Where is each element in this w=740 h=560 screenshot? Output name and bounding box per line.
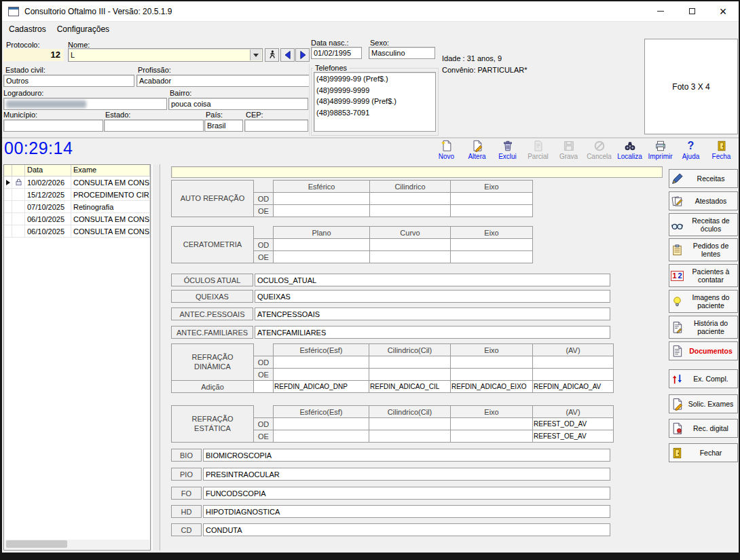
data-nasc-field[interactable]: 01/02/1995 [311, 47, 362, 59]
exam-row[interactable]: 15/12/2025 PROCEDIMENTO CIR [4, 189, 150, 201]
toolbar-button-exclui[interactable]: Exclui [492, 139, 523, 160]
pais-field[interactable]: Brasil [204, 119, 243, 132]
toolbar-button-imprimir[interactable]: Imprimir [645, 139, 676, 160]
refest-oe-cilindrico-input[interactable] [369, 430, 451, 443]
hd-input[interactable]: HIPOTDIAGNOSTICA [203, 505, 610, 518]
logradouro-field[interactable] [3, 98, 167, 110]
toolbar-button-novo[interactable]: Novo [431, 139, 462, 160]
autoref-oe-esferico-input[interactable] [274, 205, 370, 217]
sidebar-button-rec-digital[interactable]: Rec. digital [669, 419, 738, 438]
cep-field[interactable] [244, 119, 308, 132]
toolbar-button-fecha[interactable]: Fecha [706, 139, 737, 160]
refest-oe-av-value[interactable]: REFEST_OE_AV [533, 430, 614, 443]
exam-row[interactable]: 10/02/2026 CONSULTA EM CONS [4, 176, 150, 189]
sidebar-button-documentos[interactable]: Documentos [669, 341, 738, 360]
estado-civil-field[interactable]: Outros [3, 75, 134, 87]
autoref-oe-cilindrico-input[interactable] [370, 205, 451, 217]
refdin-oe-esferico-input[interactable] [274, 369, 369, 381]
antec-pessoais-input[interactable]: ATENCPESSOAIS [255, 307, 610, 320]
nome-combo[interactable]: L [68, 48, 263, 62]
sidebar-button-ex-compl[interactable]: Ex. Compl. [669, 369, 738, 388]
menu-configuracoes[interactable]: Configurações [52, 22, 115, 36]
autoref-od-cilindrico-input[interactable] [370, 193, 451, 205]
refdin-od-av-input[interactable] [533, 356, 614, 369]
refest-oe-esferico-input[interactable] [274, 430, 369, 443]
chevron-down-icon[interactable] [250, 50, 261, 60]
adicao-spacer-input[interactable] [254, 381, 274, 393]
panel-splitter[interactable] [152, 164, 160, 550]
autoref-od-eixo-input[interactable] [451, 193, 533, 205]
refdin-oe-cilindrico-input[interactable] [369, 369, 451, 381]
cerato-od-plano-input[interactable] [274, 239, 370, 251]
toolbar-button-localiza[interactable]: Localiza [614, 139, 645, 160]
exam-row[interactable]: 06/10/2025 CONSULTA EM CONS [4, 225, 150, 238]
toolbar-button-grava: Grava [553, 139, 584, 160]
sidebar-button-solic-exames[interactable]: Solic. Exames [669, 394, 738, 413]
search-patient-button[interactable] [265, 48, 279, 62]
sidebar-button-historia-paciente[interactable]: História do paciente [669, 316, 738, 339]
bio-label: BIO [171, 449, 202, 462]
next-record-button[interactable] [295, 48, 310, 62]
adicao-av-value[interactable]: REFDIN_ADICAO_AV [533, 381, 614, 393]
refest-od-av-value[interactable]: REFEST_OD_AV [533, 418, 614, 430]
exam-row[interactable]: 07/10/2025 Retinografia [4, 201, 150, 213]
toolbar-button-ajuda[interactable]: Ajuda [676, 139, 706, 160]
maximize-button[interactable] [676, 1, 707, 21]
sidebar-button-receitas[interactable]: Receitas [669, 169, 738, 188]
cd-input[interactable]: CONDUTA [203, 523, 610, 536]
close-button[interactable] [707, 1, 739, 21]
sidebar-button-pacientes-contatar[interactable]: Pacientes à contatar [669, 264, 738, 287]
municipio-field[interactable] [3, 119, 103, 132]
minimize-button[interactable] [645, 1, 676, 21]
menu-cadastros[interactable]: Cadastros [3, 22, 52, 36]
autoref-od-esferico-input[interactable] [274, 193, 370, 205]
refdin-od-esferico-input[interactable] [274, 356, 369, 369]
cerato-oe-plano-input[interactable] [274, 251, 370, 263]
queixas-input[interactable]: QUEIXAS [255, 290, 610, 303]
sexo-field[interactable]: Masculino [369, 47, 435, 59]
antec-familiares-input[interactable]: ATENCFAMILIARES [255, 326, 610, 339]
oculos-atual-input[interactable]: OCULOS_ATUAL [255, 274, 610, 286]
estado-field[interactable] [104, 119, 204, 132]
refdin-od-cilindrico-input[interactable] [369, 356, 451, 369]
telefone-item[interactable]: (48)99999-9999 [316, 85, 433, 96]
adicao-eixo-value[interactable]: REFDIN_ADICAO_EIXO [451, 381, 533, 393]
exam-title-field[interactable] [171, 166, 663, 178]
cerato-od-eixo-input[interactable] [451, 239, 533, 251]
toolbar-button-altera[interactable]: Altera [462, 139, 492, 160]
refdin-od-eixo-input[interactable] [451, 356, 533, 369]
telefones-listbox[interactable]: (48)99999-99 (Pref$.) (48)99999-9999 (48… [314, 72, 436, 132]
telefone-item[interactable]: (48)99999-99 (Pref$.) [316, 73, 433, 85]
sidebar-button-pedidos-lentes[interactable]: Pedidos de lentes [669, 238, 738, 261]
sidebar-button-fechar[interactable]: Fechar [669, 443, 738, 462]
adicao-dnp-value[interactable]: REFDIN_ADICAO_DNP [274, 381, 369, 393]
refdin-oe-av-input[interactable] [533, 369, 614, 381]
bio-input[interactable]: BIOMICROSCOPIA [203, 449, 610, 462]
pio-input[interactable]: PRESINTRAOCULAR [203, 468, 610, 481]
refest-od-cilindrico-input[interactable] [369, 418, 451, 430]
adicao-cil-value[interactable]: REFDIN_ADICAO_CIL [369, 381, 451, 393]
cerato-od-curvo-input[interactable] [370, 239, 451, 251]
profissao-field[interactable]: Acabador [136, 75, 310, 87]
autoref-oe-eixo-input[interactable] [451, 205, 533, 217]
telefone-item[interactable]: (48)48999-9999 (Pref$.) [316, 96, 433, 107]
cerato-oe-curvo-input[interactable] [370, 251, 451, 263]
scrollbar-thumb[interactable] [6, 540, 67, 548]
refest-oe-eixo-input[interactable] [451, 430, 533, 443]
horizontal-scrollbar[interactable] [5, 540, 149, 549]
telefone-item[interactable]: (48)98853-7091 [316, 107, 433, 119]
bairro-field[interactable]: pouca coisa [168, 98, 308, 110]
refest-od-eixo-input[interactable] [451, 418, 533, 430]
previous-record-button[interactable] [280, 48, 295, 62]
fo-input[interactable]: FUNCODSCOPIA [203, 487, 610, 500]
sidebar-button-receitas-oculos[interactable]: Receitas de óculos [669, 213, 738, 236]
sidebar-button-atestados[interactable]: Atestados [669, 191, 738, 210]
refdin-oe-eixo-input[interactable] [451, 369, 533, 381]
cerato-oe-eixo-input[interactable] [451, 251, 533, 263]
sidebar-button-imagens-paciente[interactable]: Imagens do paciente [669, 290, 738, 313]
window-controls [645, 1, 739, 21]
exam-form-panel: AUTO REFRAÇÃO Esférico Cilindrico Eixo O… [160, 164, 667, 551]
ceratometria-table: CERATOMETRIA Plano Curvo Eixo OD OE [171, 226, 533, 263]
refest-od-esferico-input[interactable] [274, 418, 369, 430]
exam-row[interactable]: 06/10/2025 CONSULTA EM CONS [4, 213, 150, 225]
